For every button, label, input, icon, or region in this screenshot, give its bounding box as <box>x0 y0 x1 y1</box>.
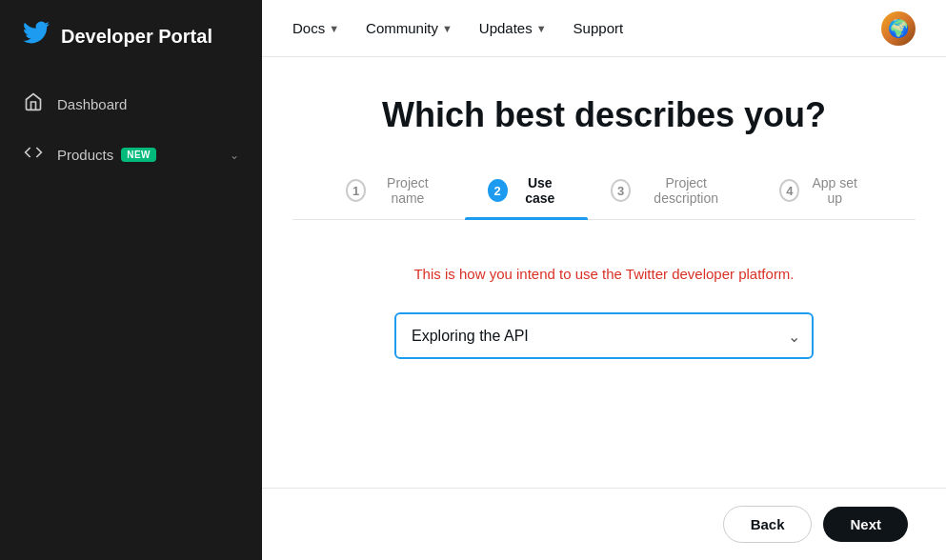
sidebar: Developer Portal Dashboard Products NEW <box>0 0 262 560</box>
step-3-label: Project description <box>638 175 734 206</box>
sidebar-navigation: Dashboard Products NEW ⌄ <box>0 71 262 188</box>
updates-chevron-icon: ▼ <box>536 23 547 34</box>
wizard-title: Which best describes you? <box>292 95 916 135</box>
nav-support[interactable]: Support <box>574 20 624 36</box>
twitter-bird-icon <box>23 19 50 52</box>
step-app-setup[interactable]: 4 App set up <box>756 162 885 219</box>
step-project-description[interactable]: 3 Project description <box>588 162 756 219</box>
steps-bar: 1 Project name 2 Use case 3 Project desc… <box>292 162 916 220</box>
new-badge: NEW <box>121 148 156 162</box>
wizard-footer: Back Next <box>262 488 946 560</box>
docs-chevron-icon: ▼ <box>329 23 339 34</box>
page-body: Which best describes you? 1 Project name… <box>262 57 946 488</box>
updates-label: Updates <box>479 20 533 36</box>
top-navigation: Docs ▼ Community ▼ Updates ▼ Support 🌍 <box>262 0 946 57</box>
brand[interactable]: Developer Portal <box>0 0 262 71</box>
nav-updates[interactable]: Updates ▼ <box>479 20 547 36</box>
products-label: Products <box>57 147 113 163</box>
step-project-name[interactable]: 1 Project name <box>323 162 465 219</box>
products-label-group: Products NEW <box>57 147 216 163</box>
sidebar-item-dashboard[interactable]: Dashboard <box>0 79 262 130</box>
nav-links: Docs ▼ Community ▼ Updates ▼ Support <box>292 20 623 36</box>
next-button[interactable]: Next <box>823 507 908 542</box>
back-button[interactable]: Back <box>723 506 813 543</box>
home-icon <box>23 92 44 116</box>
chevron-down-icon: ⌄ <box>230 149 239 162</box>
nav-docs[interactable]: Docs ▼ <box>292 20 339 36</box>
sidebar-item-products[interactable]: Products NEW ⌄ <box>0 130 262 180</box>
step-2-label: Use case <box>515 175 565 206</box>
brand-name: Developer Portal <box>61 25 212 48</box>
use-case-select[interactable]: Exploring the API Building a product Aca… <box>394 312 814 359</box>
step-use-case[interactable]: 2 Use case <box>465 162 588 219</box>
step-4-label: App set up <box>807 175 862 206</box>
form-area: This is how you intend to use the Twitte… <box>262 220 946 488</box>
step-2-number: 2 <box>488 179 508 202</box>
form-hint: This is how you intend to use the Twitte… <box>413 266 794 282</box>
nav-community[interactable]: Community ▼ <box>366 20 453 36</box>
dashboard-label: Dashboard <box>57 96 127 112</box>
main-content: Docs ▼ Community ▼ Updates ▼ Support 🌍 W… <box>262 0 946 560</box>
user-avatar[interactable]: 🌍 <box>881 11 916 46</box>
products-icon <box>23 143 44 167</box>
wizard-header: Which best describes you? 1 Project name… <box>262 57 946 220</box>
community-label: Community <box>366 20 438 36</box>
step-1-label: Project name <box>373 175 441 206</box>
step-4-number: 4 <box>779 179 799 202</box>
step-3-number: 3 <box>611 179 631 202</box>
community-chevron-icon: ▼ <box>442 23 453 34</box>
step-1-number: 1 <box>346 179 366 202</box>
support-label: Support <box>574 20 624 36</box>
use-case-select-wrapper: Exploring the API Building a product Aca… <box>394 312 814 359</box>
docs-label: Docs <box>292 20 325 36</box>
